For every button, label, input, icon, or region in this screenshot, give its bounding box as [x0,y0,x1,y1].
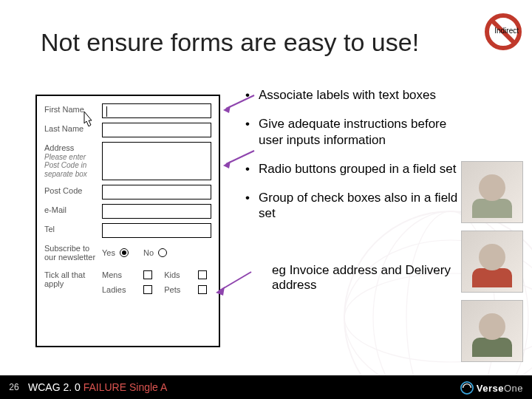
label-address: Address Please enter Post Code in separa… [44,142,102,178]
bullet-1: Associate labels with text boxes [245,87,467,103]
svg-marker-6 [223,106,231,113]
example-text: eg Invoice address and Delivery address [272,263,457,293]
label-post-code: Post Code [44,185,102,196]
input-tel[interactable] [102,223,211,238]
bullet-2: Give adequate instructions before user i… [245,116,467,148]
radio-label-yes: Yes [102,248,115,257]
bullet-4: Group of check boxes also in a field set [245,190,467,222]
checkbox-ladies[interactable] [143,285,152,294]
slide-title: Not ensure forms are easy to use! [41,28,419,57]
brand-logo-icon [460,381,474,395]
footer-prefix: WCAG 2. 0 [28,381,83,393]
radio-no-icon [158,248,167,257]
radio-option-no[interactable]: No [143,248,171,257]
checkbox-pets[interactable] [198,285,207,294]
page-number: 26 [0,382,28,392]
bullet-list: Associate labels with text boxes Give ad… [245,87,467,235]
checkbox-mens[interactable] [143,270,152,279]
brand: VerseOne [460,381,523,395]
check-label-mens: Mens [102,270,136,279]
input-address[interactable] [102,142,211,180]
svg-line-9 [219,272,251,291]
label-last-name: Last Name [44,123,102,134]
svg-marker-8 [223,161,231,168]
input-first-name[interactable] [102,103,211,118]
photo-thumbnail-1 [461,161,523,223]
radio-label-no: No [143,248,154,257]
text-caret [106,106,107,117]
footer-failure: FAILURE Single A [83,381,168,393]
footer-bar: 26 WCAG 2. 0 FAILURE Single A VerseOne [0,375,532,399]
label-email: e-Mail [44,204,102,215]
label-tel: Tel [44,223,102,234]
bullet-3: Radio buttons grouped in a field set [245,161,467,177]
check-label-ladies: Ladies [102,285,136,294]
label-tick-all: Tick all that apply [44,270,102,288]
brand-name: VerseOne [477,383,523,394]
label-first-name: First Name [44,103,102,115]
label-subscribe: Subscribe to our newsletter [44,244,102,262]
label-address-text: Address [44,143,74,152]
example-form: First Name Last Name Address Please ente… [35,95,220,347]
photo-thumbnail-2 [461,231,523,293]
badge-label: Indirect [494,27,519,35]
hint-address: Please enter Post Code in separate box [44,153,102,179]
input-last-name[interactable] [102,123,211,137]
radio-option-yes[interactable]: Yes [102,248,133,257]
photo-thumbnail-3 [461,300,523,362]
input-post-code[interactable] [102,185,211,200]
input-email[interactable] [102,204,211,219]
radio-yes-icon [120,248,129,257]
check-label-kids: Kids [164,270,191,279]
footer-text: WCAG 2. 0 FAILURE Single A [28,381,167,393]
checkbox-kids[interactable] [198,270,207,279]
check-label-pets: Pets [164,285,191,294]
slide: Indirect Not ensure forms are easy to us… [0,0,532,399]
